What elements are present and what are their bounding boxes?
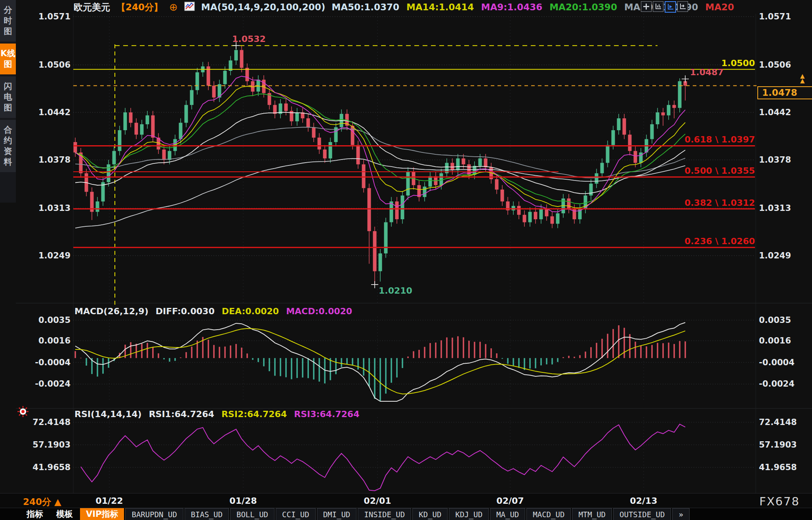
symbol-title: 欧元美元: [74, 1, 110, 13]
tab-VIP指标[interactable]: VIP指标: [80, 508, 124, 520]
sidebar-item-合约资料[interactable]: 合约资料: [0, 120, 16, 172]
live-indicator-icon: [16, 404, 30, 420]
brand-watermark: FX678: [759, 495, 800, 508]
rsi-axis-label-left: 41.9658: [16, 463, 71, 472]
macd-header: MACD(26,12,9) DIFF:0.0030 DEA:0.0020 MAC…: [74, 306, 352, 316]
price-axis-label-right: 1.0249: [759, 251, 791, 260]
tab-模板[interactable]: 模板: [50, 508, 79, 520]
tab-KD_UD[interactable]: KD_UD: [412, 508, 448, 520]
axis-scale-right-icon[interactable]: [665, 1, 676, 13]
macd-axis-label-right: 0.0016: [759, 336, 791, 345]
date-tick-02/13: 02/13: [630, 496, 657, 506]
price-marker-label: 1.0487: [690, 67, 724, 77]
price-axis-label-left: 1.0506: [16, 60, 71, 70]
macd-diff-value: DIFF:0.0030: [156, 306, 215, 316]
tab-指标[interactable]: 指标: [21, 508, 49, 520]
chart-type-sidebar: 分时图K线图闪电图合约资料: [0, 0, 16, 203]
resistance-line-label: 1.0500: [721, 58, 755, 68]
tab-BOLL_UD[interactable]: BOLL_UD: [230, 508, 274, 520]
current-price-tag: 1.0478: [757, 86, 812, 99]
rsi-header: RSI(14,14,14) RSI1:64.7264 RSI2:64.7264 …: [74, 409, 359, 419]
period-badge[interactable]: 【240分】: [116, 1, 163, 13]
ma-value-ma20: MA20:1.0390: [549, 2, 617, 12]
date-tick-02/01: 02/01: [364, 496, 391, 506]
date-tick-01/28: 01/28: [229, 496, 257, 506]
ma-value-ma20: MA20: [705, 2, 734, 12]
add-indicator-icon[interactable]: ⊕: [169, 1, 178, 13]
price-axis-label-right: 1.0313: [759, 203, 791, 213]
tab-DMI_UD[interactable]: DMI_UD: [317, 508, 357, 520]
mini-chart-icon[interactable]: [184, 2, 195, 13]
rsi3-value: RSI3:64.7264: [294, 409, 359, 419]
rsi-axis-label-left: 57.1903: [16, 440, 71, 450]
chart-canvas[interactable]: [0, 0, 812, 520]
price-marker-label: 1.0210: [379, 286, 412, 296]
fib-0382-label: 0.382 \ 1.0312: [684, 198, 755, 208]
indicator-tab-bar: 指标模板VIP指标BARUPDN_UDBIAS_UDBOLL_UDCCI_UDD…: [0, 508, 812, 520]
macd-dea-value: DEA:0.0020: [222, 306, 279, 316]
rsi-title: RSI(14,14,14): [74, 409, 142, 419]
tab-»[interactable]: »: [672, 508, 689, 520]
macd-axis-label-left: -0.0024: [16, 379, 71, 389]
tab-BIAS_UD[interactable]: BIAS_UD: [185, 508, 229, 520]
price-axis-label-right: 1.0442: [759, 108, 791, 117]
ma-settings-label: MA(50,14,9,20,100,200): [201, 2, 325, 12]
rsi-axis-label-right: 72.4148: [759, 418, 797, 427]
tab-KDJ_UD[interactable]: KDJ_UD: [449, 508, 489, 520]
macd-axis-label-left: -0.0004: [16, 358, 71, 367]
macd-axis-label-left: 0.0016: [16, 336, 71, 345]
ma-value-ma50: MA50:1.0370: [332, 2, 399, 12]
rsi-axis-label-right: 57.1903: [759, 440, 797, 450]
fib-0500-label: 0.500 \ 1.0355: [684, 166, 755, 176]
rsi-axis-label-right: 41.9658: [759, 463, 797, 472]
price-axis-label-left: 1.0249: [16, 251, 71, 260]
fib-0236-label: 0.236 \ 1.0260: [684, 236, 755, 246]
macd-axis-label-right: 0.0035: [759, 315, 791, 325]
ma-value-ma14: MA14:1.0414: [406, 2, 474, 12]
price-marker-label: 1.0532: [232, 34, 266, 44]
pan-right-icon[interactable]: [677, 1, 688, 12]
date-tick-01/22: 01/22: [95, 496, 123, 506]
price-axis-label-right: 1.0571: [759, 12, 791, 21]
axis-scale-left-icon[interactable]: [653, 1, 663, 12]
tab-BARUPDN_UD[interactable]: BARUPDN_UD: [125, 508, 183, 520]
tab-OUTSIDE_UD[interactable]: OUTSIDE_UD: [613, 508, 671, 520]
trading-terminal: 分时图K线图闪电图合约资料 欧元美元 【240分】 ⊕ MA(50,14,9,2…: [0, 0, 812, 520]
ma-value-ma9: MA9:1.0436: [481, 2, 543, 12]
rsi1-value: RSI1:64.7264: [149, 409, 214, 419]
rsi2-value: RSI2:64.7264: [221, 409, 287, 419]
tab-MA_UD[interactable]: MA_UD: [490, 508, 525, 520]
time-axis-period[interactable]: 240分 ▲: [23, 496, 61, 508]
price-axis-label-left: 1.0378: [16, 155, 71, 165]
chart-toolbar: [641, 1, 688, 13]
macd-axis-label-left: 0.0035: [16, 315, 71, 325]
chart-header: 欧元美元 【240分】 ⊕ MA(50,14,9,20,100,200) MA5…: [74, 1, 734, 13]
time-axis: 240分 ▲ 01/2201/2802/0102/0702/13: [0, 493, 812, 508]
macd-axis-label-right: -0.0004: [759, 358, 795, 367]
price-axis-label-right: 1.0506: [759, 60, 791, 70]
fib-0618-label: 0.618 \ 1.0397: [684, 135, 755, 144]
tab-MTM_UD[interactable]: MTM_UD: [572, 508, 612, 520]
sidebar-item-闪电图[interactable]: 闪电图: [0, 76, 16, 118]
price-axis-label-right: 1.0378: [759, 155, 791, 165]
tab-INSIDE_UD[interactable]: INSIDE_UD: [358, 508, 411, 520]
period-up-arrow-icon: ▲: [54, 497, 61, 507]
tab-CCI_UD[interactable]: CCI_UD: [276, 508, 316, 520]
price-scale-arrows-icon[interactable]: ▲▲: [800, 74, 805, 83]
macd-axis-label-right: -0.0024: [759, 379, 795, 389]
sidebar-item-K线图[interactable]: K线图: [0, 44, 16, 74]
sidebar-item-分时图[interactable]: 分时图: [0, 0, 16, 42]
macd-macd-value: MACD:0.0020: [286, 306, 352, 316]
date-tick-02/07: 02/07: [496, 496, 524, 506]
macd-title: MACD(26,12,9): [74, 306, 149, 316]
price-axis-label-left: 1.0442: [16, 108, 71, 117]
price-axis-label-left: 1.0313: [16, 203, 71, 213]
layout-grid-icon[interactable]: [641, 1, 652, 12]
tab-MACD_UD[interactable]: MACD_UD: [526, 508, 571, 520]
price-axis-label-left: 1.0571: [16, 12, 71, 21]
